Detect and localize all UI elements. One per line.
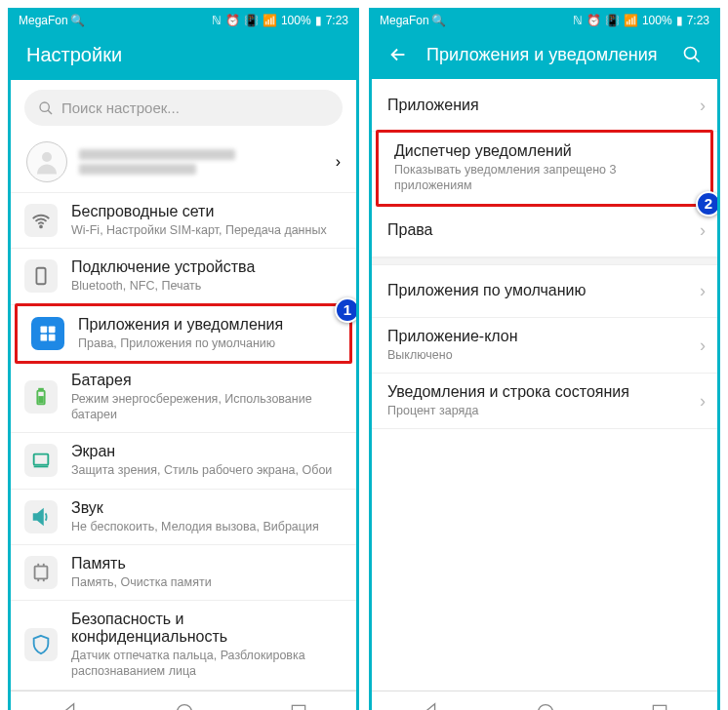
item-sound[interactable]: Звук Не беспокоить, Мелодия вызова, Вибр…: [11, 490, 356, 545]
navbar: [372, 690, 717, 711]
settings-list: Беспроводные сети Wi-Fi, Настройки SIM-к…: [11, 193, 356, 690]
search-button[interactable]: [682, 45, 702, 64]
chevron-right-icon: ›: [700, 281, 706, 301]
item-sub: Wi-Fi, Настройки SIM-карт, Передача данн…: [71, 222, 341, 238]
svg-rect-25: [654, 705, 667, 710]
svg-rect-4: [36, 268, 45, 285]
header: Настройки: [11, 30, 356, 80]
chevron-right-icon: ›: [700, 95, 706, 115]
svg-point-2: [42, 152, 52, 162]
item-sub: Не беспокоить, Мелодия вызова, Вибрация: [71, 519, 341, 534]
item-title: Приложения и уведомления: [78, 316, 334, 334]
item-title: Память: [71, 555, 341, 572]
item-apps-notifications[interactable]: Приложения и уведомления Права, Приложен…: [15, 303, 352, 364]
content-area[interactable]: Приложения › Диспетчер уведомлений Показ…: [372, 79, 717, 690]
item-sub: Режим энергосбережения, Использование ба…: [71, 391, 341, 423]
svg-rect-6: [41, 326, 48, 333]
vibrate-icon: 📳: [605, 14, 620, 27]
nav-back-button[interactable]: [420, 701, 441, 711]
svg-rect-9: [49, 334, 56, 340]
item-title: Приложения по умолчанию: [387, 282, 686, 299]
item-notif-statusbar[interactable]: Уведомления и строка состояния Процент з…: [372, 374, 717, 429]
step-badge-2: 2: [696, 191, 717, 217]
settings-list: Приложения › Диспетчер уведомлений Показ…: [372, 79, 717, 429]
nav-recent-button[interactable]: [650, 702, 669, 711]
search-icon: 🔍: [431, 14, 446, 27]
svg-rect-13: [34, 454, 49, 465]
item-wireless[interactable]: Беспроводные сети Wi-Fi, Настройки SIM-к…: [11, 193, 356, 249]
item-sub: Показывать уведомления запрещено 3 прило…: [394, 162, 679, 194]
search-input[interactable]: Поиск настроек...: [24, 90, 343, 126]
battery-label: 100%: [281, 14, 311, 27]
search-placeholder: Поиск настроек...: [61, 99, 180, 116]
status-bar: MegaFon🔍 ℕ ⏰ 📳 📶 100% ▮ 7:23: [372, 11, 717, 30]
item-memory[interactable]: Память Память, Очистка памяти: [11, 545, 356, 601]
item-app-clone[interactable]: Приложение-клон Выключено ›: [372, 318, 717, 374]
shield-icon: [24, 628, 58, 661]
item-permissions[interactable]: Права ›: [372, 205, 717, 257]
item-applications[interactable]: Приложения ›: [372, 79, 717, 132]
item-title: Экран: [71, 443, 341, 460]
nav-recent-button[interactable]: [289, 702, 308, 711]
status-bar: MegaFon🔍 ℕ ⏰ 📳 📶 100% ▮ 7:23: [11, 11, 356, 30]
item-security[interactable]: Безопасность и конфиденциальность Датчик…: [11, 601, 356, 690]
svg-rect-12: [39, 397, 43, 403]
display-icon: [24, 444, 58, 477]
svg-rect-7: [49, 326, 56, 333]
svg-line-1: [48, 110, 52, 114]
search-icon: 🔍: [70, 14, 85, 27]
page-title: Приложения и уведомления: [426, 45, 665, 65]
item-title: Права: [387, 221, 686, 239]
signal-icon: 📶: [624, 14, 638, 27]
chevron-right-icon: ›: [336, 153, 341, 171]
item-sub: Bluetooth, NFC, Печать: [71, 278, 341, 294]
item-title: Подключение устройства: [71, 258, 341, 276]
page-title: Настройки: [26, 44, 341, 66]
chevron-right-icon: ›: [700, 220, 706, 241]
item-title: Приложения: [387, 97, 686, 114]
apps-icon: [31, 317, 64, 350]
item-sub: Права, Приложения по умолчанию: [78, 335, 334, 351]
memory-icon: [24, 556, 58, 589]
battery-icon: ▮: [676, 14, 683, 27]
item-notification-manager[interactable]: Диспетчер уведомлений Показывать уведомл…: [376, 130, 713, 207]
carrier-label: MegaFon: [380, 14, 429, 27]
item-sub: Выключено: [387, 347, 686, 363]
item-battery[interactable]: Батарея Режим энергосбережения, Использо…: [11, 362, 356, 434]
nfc-icon: ℕ: [573, 14, 583, 27]
item-title: Батарея: [71, 372, 341, 389]
time-label: 7:23: [687, 14, 709, 27]
content-area[interactable]: Поиск настроек... › Беспроводные сети Wi…: [11, 80, 356, 690]
back-button[interactable]: [387, 44, 409, 65]
svg-point-24: [538, 704, 552, 710]
item-title: Безопасность и конфиденциальность: [71, 611, 341, 646]
item-display[interactable]: Экран Защита зрения, Стиль рабочего экра…: [11, 433, 356, 489]
bluetooth-icon: [24, 259, 58, 293]
nfc-icon: ℕ: [212, 14, 222, 27]
sound-icon: [24, 500, 58, 533]
item-sub: Память, Очистка памяти: [71, 574, 341, 590]
item-title: Беспроводные сети: [71, 203, 341, 220]
svg-rect-15: [35, 566, 48, 578]
chevron-right-icon: ›: [700, 335, 706, 355]
time-label: 7:23: [326, 14, 348, 27]
nav-home-button[interactable]: [175, 702, 194, 711]
item-sub: Датчик отпечатка пальца, Разблокировка р…: [71, 648, 341, 680]
item-devices[interactable]: Подключение устройства Bluetooth, NFC, П…: [11, 249, 356, 304]
alarm-icon: ⏰: [225, 14, 240, 27]
svg-line-23: [695, 58, 700, 62]
nav-home-button[interactable]: [536, 702, 555, 711]
alarm-icon: ⏰: [586, 14, 601, 27]
nav-back-button[interactable]: [59, 701, 80, 711]
step-badge-1: 1: [335, 297, 356, 323]
profile-row[interactable]: ›: [11, 132, 356, 193]
svg-rect-11: [39, 389, 43, 391]
chevron-right-icon: ›: [700, 390, 706, 411]
item-default-apps[interactable]: Приложения по умолчанию ›: [372, 265, 717, 318]
item-title: Диспетчер уведомлений: [394, 142, 679, 160]
svg-rect-21: [293, 705, 305, 710]
navbar: [11, 690, 356, 711]
separator: [372, 257, 717, 265]
battery-label: 100%: [642, 14, 672, 27]
item-title: Приложение-клон: [387, 328, 686, 345]
